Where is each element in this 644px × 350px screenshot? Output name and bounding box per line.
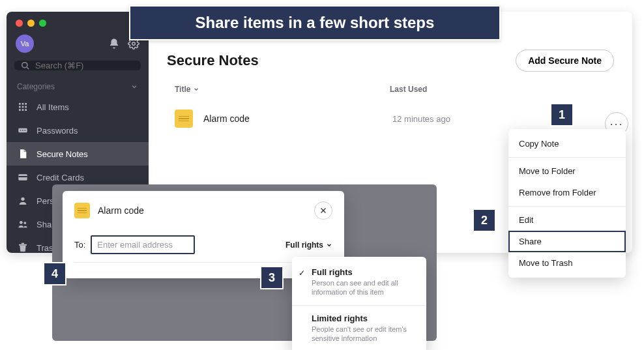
search-icon [21, 61, 30, 70]
svg-point-19 [20, 221, 23, 224]
row-title: Alarm code [203, 113, 392, 124]
svg-rect-22 [22, 243, 24, 244]
svg-rect-11 [25, 109, 27, 111]
card-icon [17, 171, 29, 183]
svg-point-0 [132, 42, 136, 46]
svg-rect-9 [19, 109, 21, 111]
svg-rect-10 [22, 109, 24, 111]
step-badge-3: 3 [260, 266, 284, 289]
instruction-banner: Share items in a few short steps [129, 5, 501, 40]
password-icon [17, 124, 29, 136]
svg-point-1 [22, 62, 27, 67]
divider [292, 305, 426, 306]
chevron-down-icon [193, 86, 199, 93]
rights-option-title: Full rights [312, 267, 417, 277]
rights-option-full[interactable]: ✓ Full rights Person can see and edit al… [292, 261, 426, 304]
sidebar-item-label: Secure Notes [37, 149, 88, 159]
svg-point-15 [24, 130, 25, 131]
svg-rect-4 [22, 103, 24, 105]
svg-rect-17 [18, 176, 27, 177]
sidebar-top-row: Va [7, 32, 149, 59]
categories-header[interactable]: Categories [7, 78, 149, 95]
svg-rect-6 [19, 106, 21, 108]
note-item-icon [74, 203, 90, 218]
svg-point-13 [20, 130, 22, 131]
close-button[interactable] [314, 201, 332, 220]
rights-dropdown: ✓ Full rights Person can see and edit al… [292, 257, 426, 350]
svg-line-2 [27, 67, 29, 69]
rights-option-title: Limited rights [312, 314, 417, 323]
trash-icon [17, 242, 29, 253]
context-menu: Copy Note Move to Folder Remove from Fol… [508, 129, 626, 278]
divider [508, 157, 626, 158]
minimize-window-dot[interactable] [27, 20, 35, 27]
maximize-window-dot[interactable] [39, 20, 46, 27]
step-badge-4: 4 [43, 262, 66, 285]
sidebar-item-secure-notes[interactable]: Secure Notes [7, 142, 149, 166]
svg-point-20 [23, 222, 26, 224]
context-move-folder[interactable]: Move to Folder [508, 160, 626, 182]
check-icon: ✓ [299, 269, 305, 278]
close-window-dot[interactable] [16, 20, 23, 27]
svg-point-18 [21, 197, 24, 201]
chevron-down-icon [326, 242, 332, 248]
svg-rect-3 [19, 103, 21, 105]
context-copy-note[interactable]: Copy Note [508, 133, 626, 154]
note-item-icon [175, 109, 193, 128]
context-edit[interactable]: Edit [508, 209, 626, 231]
avatar[interactable]: Va [16, 35, 34, 53]
search-input-container[interactable] [14, 61, 141, 70]
close-icon [319, 207, 327, 214]
svg-rect-21 [19, 244, 27, 246]
sidebar-item-label: All Items [37, 102, 69, 112]
note-icon [17, 148, 29, 160]
svg-rect-5 [25, 103, 27, 105]
svg-point-14 [22, 130, 23, 131]
categories-label: Categories [17, 82, 55, 91]
step-badge-2: 2 [473, 209, 496, 232]
search-input[interactable] [35, 61, 145, 70]
context-share[interactable]: Share [508, 231, 626, 252]
window-controls [7, 12, 149, 32]
rights-selected-label: Full rights [285, 241, 323, 250]
column-last-used[interactable]: Last Used [390, 85, 427, 94]
bell-icon[interactable] [108, 38, 120, 50]
context-move-trash[interactable]: Move to Trash [508, 252, 626, 274]
email-field[interactable] [91, 235, 195, 254]
sidebar-item-all-items[interactable]: All Items [7, 95, 149, 119]
step-badge-1: 1 [550, 103, 574, 126]
people-icon [17, 218, 29, 230]
rights-option-desc: People can't see or edit item's sensitiv… [312, 325, 417, 343]
sidebar-item-label: Passwords [37, 126, 78, 136]
sidebar-item-label: Credit Cards [37, 173, 84, 182]
add-secure-note-button[interactable]: Add Secure Note [516, 50, 614, 72]
dialog-title: Alarm code [98, 205, 144, 216]
svg-rect-8 [25, 106, 27, 108]
page-title: Secure Notes [167, 52, 259, 69]
row-last-used: 12 minutes ago [392, 114, 450, 124]
to-label: To: [74, 240, 85, 250]
person-icon [17, 195, 29, 207]
context-remove-folder[interactable]: Remove from Folder [508, 182, 626, 203]
sidebar-item-passwords[interactable]: Passwords [7, 119, 149, 142]
grid-icon [17, 101, 29, 113]
svg-rect-7 [22, 106, 24, 108]
divider [508, 206, 626, 207]
table-header: Title Last Used [167, 72, 614, 100]
column-title[interactable]: Title [175, 85, 390, 94]
rights-option-limited[interactable]: Limited rights People can't see or edit … [292, 307, 426, 350]
rights-selector[interactable]: Full rights [285, 241, 332, 250]
rights-option-desc: Person can see and edit all information … [312, 278, 417, 297]
chevron-down-icon [130, 83, 138, 91]
